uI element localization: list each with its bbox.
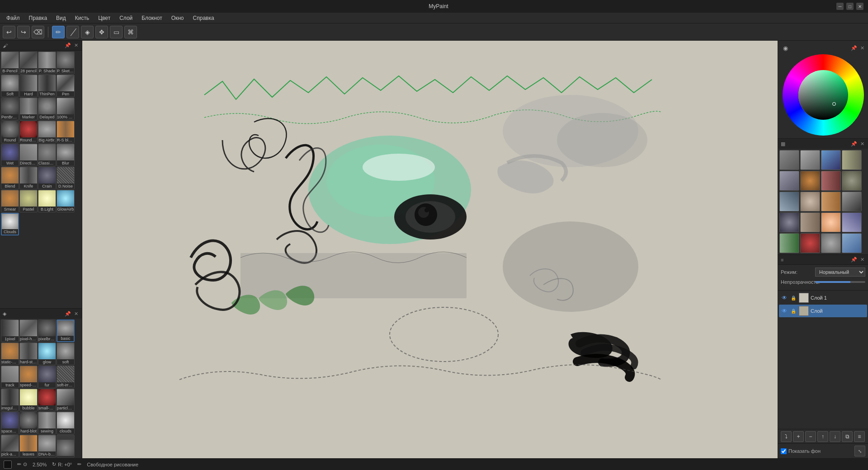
brush-right-thumb-1[interactable] xyxy=(800,150,820,170)
brush-right-thumb-13[interactable] xyxy=(800,212,820,232)
line-tool-button[interactable]: ╱ xyxy=(66,26,79,38)
brush2-item-14[interactable]: small-blot xyxy=(38,389,56,411)
brush2-item-7[interactable]: soft xyxy=(57,343,75,365)
brush-right-thumb-3[interactable] xyxy=(842,150,862,170)
color-wheel-container[interactable] xyxy=(783,54,864,136)
brush-item-knife[interactable]: Knife xyxy=(19,167,38,189)
brush-right-thumb-6[interactable] xyxy=(821,171,841,191)
brush-item-b-pencil[interactable]: B-Pencil xyxy=(1,52,19,74)
menu-item-Вид[interactable]: Вид xyxy=(52,14,71,22)
color-panel-pin[interactable]: 📌 xyxy=(851,45,857,51)
brush2-item-22[interactable]: DNA-brush xyxy=(38,435,56,457)
brush-item-clouds[interactable]: Clouds xyxy=(1,213,19,235)
menu-item-Файл[interactable]: Файл xyxy=(2,14,24,22)
brush-right-thumb-18[interactable] xyxy=(821,233,841,253)
brush2-item-5[interactable]: hard-sting xyxy=(19,343,38,365)
brush2-item-18[interactable]: sewing xyxy=(38,412,56,434)
layer-add-button[interactable]: + xyxy=(793,431,804,442)
brush-item-thinpen[interactable]: ThinPen xyxy=(38,75,56,97)
layer-visibility-1[interactable]: 👁 xyxy=(781,307,788,315)
color-circle-icon[interactable]: ◉ xyxy=(781,43,790,52)
drawing-canvas[interactable] xyxy=(82,41,778,458)
layer-merge-button[interactable]: ⤵ xyxy=(781,431,792,442)
layer-opacity-slider[interactable] xyxy=(815,281,865,283)
menu-item-Правка[interactable]: Правка xyxy=(24,14,52,22)
brush-right-thumb-7[interactable] xyxy=(842,171,862,191)
color-square[interactable] xyxy=(798,70,848,120)
show-bg-checkbox[interactable] xyxy=(781,448,787,454)
brush-right-close[interactable]: ✕ xyxy=(859,141,865,147)
menu-item-Слой[interactable]: Слой xyxy=(115,14,137,22)
color-panel-close[interactable]: ✕ xyxy=(859,45,865,51)
brush-item-crain[interactable]: Crain xyxy=(38,167,56,189)
brush-item-hard[interactable]: Hard xyxy=(19,75,38,97)
brush-item-pen[interactable]: Pen xyxy=(57,75,75,97)
brush2-item-17[interactable]: hard-blot xyxy=(19,412,38,434)
brush-right-thumb-16[interactable] xyxy=(779,233,799,253)
brush2-item-19[interactable]: clouds xyxy=(57,412,75,434)
brush2-item-13[interactable]: bubble xyxy=(19,389,38,411)
brush-right-thumb-4[interactable] xyxy=(779,171,799,191)
layer-settings-button[interactable]: ≡ xyxy=(854,431,865,442)
brush-item-r-s-blend[interactable]: R-S blend xyxy=(57,121,75,143)
erase-button[interactable]: ⌫ xyxy=(32,26,44,38)
brush-item-pastel[interactable]: Pastel xyxy=(19,190,38,212)
layer-mode-select[interactable]: Нормальный xyxy=(815,268,865,277)
brush-item-marker[interactable]: Marker xyxy=(19,98,38,120)
fill-tool-button[interactable]: ◈ xyxy=(81,26,94,38)
brush2-item-0[interactable]: 1pixel xyxy=(1,320,19,342)
brush-right-thumb-14[interactable] xyxy=(821,212,841,232)
brush-item-smear[interactable]: Smear xyxy=(1,190,19,212)
brush-right-thumb-10[interactable] xyxy=(821,192,841,212)
brush-item-d.noise[interactable]: D.Noise xyxy=(57,167,75,189)
brush2-item-11[interactable]: soft-irregular xyxy=(57,366,75,388)
brush-item-28-pencil[interactable]: 28 pencil xyxy=(19,52,38,74)
move-tool-button[interactable]: ✥ xyxy=(95,26,108,38)
brush2-item-21[interactable]: leaves xyxy=(19,435,38,457)
brush-item-wet[interactable]: Wet xyxy=(1,144,19,166)
brush-right-thumb-19[interactable] xyxy=(842,233,862,253)
undo-button[interactable]: ↩ xyxy=(3,26,15,38)
menu-item-Цвет[interactable]: Цвет xyxy=(94,14,115,22)
brush-item-classic-p.[interactable]: Classic P. xyxy=(38,144,56,166)
bg-settings-button[interactable]: ⤡ xyxy=(854,446,865,456)
brush-right-thumb-17[interactable] xyxy=(800,233,820,253)
brush-panel-pin[interactable]: 📌 xyxy=(65,42,71,49)
brush2-item-23[interactable] xyxy=(57,435,75,457)
menu-item-Кисть[interactable]: Кисть xyxy=(71,14,94,22)
layer-up-button[interactable]: ↑ xyxy=(817,431,828,442)
brush-item-soft[interactable]: Soft xyxy=(1,75,19,97)
layers-close[interactable]: ✕ xyxy=(859,257,865,263)
brush-right-thumb-2[interactable] xyxy=(821,150,841,170)
brush2-item-4[interactable]: static-ones xyxy=(1,343,19,365)
transform-button[interactable]: ⌘ xyxy=(124,26,137,38)
brush2-item-16[interactable]: spaced-blot xyxy=(1,412,19,434)
menu-item-Окно[interactable]: Окно xyxy=(167,14,189,22)
brush-right-thumb-0[interactable] xyxy=(779,150,799,170)
brush2-item-6[interactable]: glow xyxy=(38,343,56,365)
menu-item-Блокнот[interactable]: Блокнот xyxy=(137,14,166,22)
close-button[interactable]: ✕ xyxy=(856,3,863,10)
brush-item-blend[interactable]: Blend xyxy=(1,167,19,189)
brush-item-glowairb[interactable]: GlowAirb xyxy=(57,190,75,212)
brush2-item-2[interactable]: pixelbrasso xyxy=(38,320,56,342)
menu-item-Справка[interactable]: Справка xyxy=(189,14,219,22)
layer-delete-button[interactable]: − xyxy=(805,431,816,442)
layer-lock-0[interactable]: 🔒 xyxy=(790,294,797,301)
brush-item-b.light[interactable]: B.Light xyxy=(38,190,56,212)
brush2-item-12[interactable]: irregular-ink xyxy=(1,389,19,411)
brush-right-thumb-9[interactable] xyxy=(800,192,820,212)
brush2-item-9[interactable]: speed-blot xyxy=(19,366,38,388)
brush-right-thumb-8[interactable] xyxy=(779,192,799,212)
brush-item-delayed[interactable]: Delayed xyxy=(38,98,56,120)
brush2-item-15[interactable]: particles-3 xyxy=(57,389,75,411)
show-background-check[interactable]: Показать фон xyxy=(781,448,821,454)
brush-item-p.-shade[interactable]: P. Shade xyxy=(38,52,56,74)
maximize-button[interactable]: □ xyxy=(846,3,854,10)
layer-down-button[interactable]: ↓ xyxy=(830,431,840,442)
brush-panel-2-pin[interactable]: 📌 xyxy=(65,310,71,317)
redo-button[interactable]: ↪ xyxy=(17,26,30,38)
brush-panel-2-close[interactable]: ✕ xyxy=(73,310,79,317)
brush-right-pin[interactable]: 📌 xyxy=(851,141,857,147)
brush-item-penbrush[interactable]: PenBrush xyxy=(1,98,19,120)
